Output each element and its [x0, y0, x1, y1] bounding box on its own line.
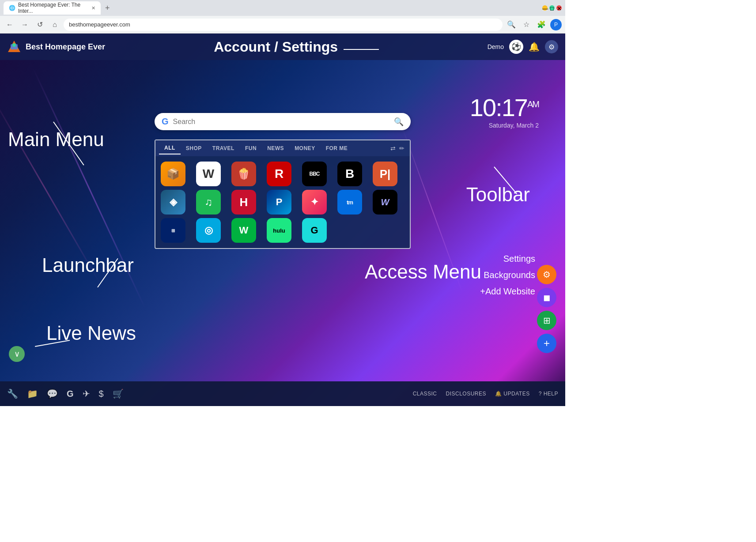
launchbar-tab-shop[interactable]: SHOP [181, 143, 207, 154]
app-icon-rottentomatoes[interactable]: R [267, 162, 291, 186]
clock: 10:17AM Saturday, March 2 [470, 95, 539, 129]
help-link[interactable]: ? HELP [539, 391, 558, 397]
app-icon-hubspot[interactable]: ◈ [161, 190, 185, 215]
app-icon-ticketmaster[interactable]: tm [337, 190, 362, 215]
live-news-button[interactable]: ∨ [9, 346, 25, 362]
clock-ampm: AM [527, 99, 539, 109]
app-icon-cnbc[interactable]: ⊞ [161, 218, 185, 243]
browser-toolbar-icons: 🔍 ☆ 🧩 P [505, 19, 562, 31]
app-icon-hotels[interactable]: H [231, 190, 256, 215]
app-icon-spotify[interactable]: ♫ [196, 190, 221, 215]
finance-icon[interactable]: $ [99, 389, 104, 399]
window-controls: — □ ✕ [542, 5, 562, 11]
app-icon-wix[interactable]: W [373, 190, 397, 215]
launchbar-tabs: ALL SHOP TRAVEL FUN NEWS MONEY FOR ME ⇄ … [155, 140, 410, 156]
header-settings-icon[interactable]: ⚙ [545, 40, 558, 53]
app-icon-popcornflix[interactable]: 🍿 [231, 162, 256, 186]
tab-close-button[interactable]: ✕ [91, 5, 95, 11]
logo-text: Best Homepage Ever [26, 42, 105, 52]
search-box: G 🔍 [155, 113, 411, 130]
folder-icon[interactable]: 📁 [27, 388, 38, 399]
svg-point-2 [12, 43, 16, 47]
app-icon-empty-1 [337, 218, 362, 243]
app-icon-hulu[interactable]: hulu [267, 218, 291, 243]
toolbar-label: Toolbar [466, 184, 530, 206]
search-container: G 🔍 [155, 113, 411, 130]
clock-hours-minutes: 10:17 [470, 94, 527, 121]
header-right: Demo ⚽ 🔔 ⚙ [488, 40, 558, 54]
toolbar-line [494, 166, 517, 194]
classic-link[interactable]: CLASSIC [413, 391, 437, 397]
back-button[interactable]: ← [4, 19, 16, 31]
logo-icon [7, 40, 21, 54]
main-menu-label: Main Menu [8, 128, 104, 151]
minimize-button[interactable]: — [542, 5, 548, 11]
tools-icon[interactable]: 🔧 [7, 388, 18, 399]
backgrounds-access-button[interactable]: ◼ [537, 288, 556, 307]
launchbar-tab-money[interactable]: MONEY [289, 143, 321, 154]
app-icon-producthunt[interactable]: P| [373, 162, 397, 186]
grid-access-button[interactable]: ⊞ [537, 311, 556, 330]
google-search-icon[interactable]: G [67, 389, 74, 399]
lens-icon[interactable]: 🔍 [505, 19, 518, 31]
browser-chrome: 🌐 Best Homepage Ever: The Inter... ✕ + —… [0, 0, 565, 34]
shopping-icon[interactable]: 🛒 [113, 388, 124, 399]
updates-link[interactable]: 🔔 UPDATES [495, 391, 530, 397]
extensions-icon[interactable]: 🧩 [535, 19, 548, 31]
home-button[interactable]: ⌂ [49, 19, 61, 31]
tab-title: Best Homepage Ever: The Inter... [18, 2, 87, 14]
launchbar-edit-icon[interactable]: ✏ [397, 145, 406, 152]
close-button[interactable]: ✕ [556, 5, 562, 11]
content-area: 10:17AM Saturday, March 2 G 🔍 ALL SHOP T… [0, 60, 565, 406]
page-background: Best Homepage Ever Account / Settings De… [0, 34, 565, 406]
backgrounds-label: Backgrounds [480, 270, 535, 280]
notification-bell-icon[interactable]: 🔔 [529, 41, 540, 52]
app-icon-att[interactable]: ◎ [196, 218, 221, 243]
launchbar-tab-fun[interactable]: FUN [240, 143, 262, 154]
profile-avatar[interactable]: P [550, 19, 562, 30]
settings-label: Settings [480, 254, 535, 264]
app-icon-paypal[interactable]: P [267, 190, 291, 215]
launchbar-tab-forme[interactable]: FOR ME [321, 143, 353, 154]
address-bar[interactable] [64, 19, 503, 31]
flights-icon[interactable]: ✈ [83, 388, 90, 399]
launchbar-tab-all[interactable]: ALL [159, 142, 181, 154]
add-website-button[interactable]: + [537, 334, 556, 353]
app-logo[interactable]: Best Homepage Ever [7, 40, 105, 54]
launchbar-tab-news[interactable]: NEWS [262, 143, 289, 154]
disclosures-link[interactable]: DISCLOSURES [446, 391, 486, 397]
settings-access-button[interactable]: ⚙ [537, 265, 556, 284]
app-icon-amazon[interactable]: 📦 [161, 162, 185, 186]
search-input[interactable] [173, 118, 394, 126]
clock-date: Saturday, March 2 [470, 122, 539, 129]
add-website-label: +Add Website [480, 286, 535, 297]
clock-time: 10:17AM [470, 95, 539, 120]
app-icon-godaddy[interactable]: G [302, 218, 327, 243]
google-logo: G [162, 117, 169, 127]
soccer-icon[interactable]: ⚽ [509, 40, 523, 54]
app-icon-airbnb[interactable]: ✦ [302, 190, 327, 215]
launchbar-arrange-icon[interactable]: ⇄ [389, 145, 397, 152]
app-icon-empty-2 [373, 218, 397, 243]
header-demo-label: Demo [488, 43, 504, 50]
app-header: Best Homepage Ever Account / Settings De… [0, 34, 565, 60]
browser-toolbar: ← → ↺ ⌂ 🔍 ☆ 🧩 P [0, 16, 565, 34]
search-submit-button[interactable]: 🔍 [394, 117, 404, 127]
app-icon-bbc[interactable]: BBC [302, 162, 327, 186]
launchbar: ALL SHOP TRAVEL FUN NEWS MONEY FOR ME ⇄ … [155, 139, 411, 249]
main-menu-line [53, 121, 84, 165]
launchbar-tab-travel[interactable]: TRAVEL [207, 143, 240, 154]
bookmark-icon[interactable]: ☆ [520, 19, 533, 31]
browser-tab[interactable]: 🌐 Best Homepage Ever: The Inter... ✕ [4, 1, 101, 15]
launchbar-grid: 📦 W 🍿 R BBC B P| ◈ ♫ H P ✦ tm W ⊞ ◎ W hu… [155, 156, 410, 248]
chat-icon[interactable]: 💬 [47, 388, 58, 399]
access-menu-annotation-label: Access Menu [365, 261, 481, 283]
maximize-button[interactable]: □ [549, 5, 555, 11]
forward-button[interactable]: → [19, 19, 31, 31]
browser-titlebar: 🌐 Best Homepage Ever: The Inter... ✕ + —… [0, 0, 565, 16]
app-icon-wikipedia[interactable]: W [196, 162, 221, 186]
reload-button[interactable]: ↺ [34, 19, 46, 31]
app-icon-bloomberg[interactable]: B [337, 162, 362, 186]
new-tab-button[interactable]: + [102, 4, 113, 13]
app-icon-webex[interactable]: W [231, 218, 256, 243]
